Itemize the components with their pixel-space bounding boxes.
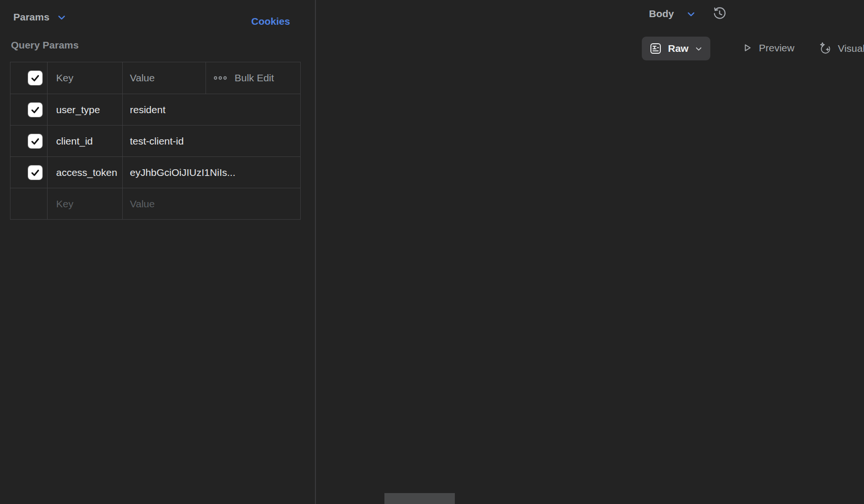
select-all-checkbox-cell	[10, 62, 48, 94]
check-icon	[30, 73, 40, 83]
row-checkbox-cell	[10, 94, 48, 125]
query-params-title: Query Params	[11, 39, 79, 51]
table-header-row: Key Value Bulk Edit	[10, 62, 300, 94]
row-checkbox-cell	[10, 157, 48, 188]
check-icon	[30, 167, 40, 178]
table-row: client_id test-client-id	[10, 125, 300, 156]
select-all-checkbox[interactable]	[28, 71, 42, 85]
response-body-viewer[interactable]: 1 Found. Redirecting to /api/auth/test-s…	[632, 64, 864, 85]
bulk-edit-label: Bulk Edit	[235, 72, 274, 84]
request-params-panel: Params Cookies Query Params Key Value Bu…	[0, 0, 315, 504]
body-dropdown-label: Body	[649, 8, 674, 19]
tab-visualize-label: Visualize	[838, 43, 864, 54]
visualize-sparkle-icon	[818, 41, 833, 56]
chevron-down-icon	[694, 44, 703, 53]
tab-preview[interactable]: Preview	[741, 41, 795, 54]
param-key-field[interactable]: access_token	[48, 157, 123, 188]
check-icon	[30, 105, 40, 115]
row-checkbox-cell	[10, 126, 48, 156]
cookies-link[interactable]: Cookies	[251, 16, 290, 27]
response-panel: Body 302 Found 147 ms 1.22 KB	[316, 0, 864, 504]
param-value-field[interactable]: resident	[123, 94, 300, 125]
response-history-button[interactable]	[712, 6, 727, 21]
row-checkbox-cell	[10, 188, 48, 219]
value-column-header: Value	[123, 62, 206, 94]
check-icon	[30, 136, 40, 146]
param-value-field[interactable]: test-client-id	[123, 126, 300, 156]
table-row: access_token eyJhbGciOiJIUzI1NiIs...	[10, 156, 300, 188]
tab-raw-label: Raw	[668, 43, 688, 54]
param-key-field[interactable]: user_type	[48, 94, 123, 125]
tab-raw[interactable]: Raw	[642, 37, 710, 60]
row-checkbox[interactable]	[28, 103, 42, 117]
row-checkbox[interactable]	[28, 134, 42, 148]
table-row: user_type resident	[10, 94, 300, 125]
history-icon	[712, 6, 727, 21]
horizontal-scrollbar-thumb[interactable]	[384, 493, 455, 504]
new-param-key-input[interactable]: Key	[48, 188, 123, 219]
new-param-value-input[interactable]: Value	[123, 188, 300, 219]
params-dropdown[interactable]: Params	[13, 11, 67, 23]
params-dropdown-label: Params	[13, 11, 49, 23]
row-checkbox[interactable]	[28, 165, 42, 180]
bulk-edit-button[interactable]: Bulk Edit	[206, 62, 300, 94]
chevron-down-icon	[686, 9, 697, 19]
tab-visualize[interactable]: Visualize	[818, 41, 864, 56]
param-key-field[interactable]: client_id	[48, 126, 123, 156]
table-new-row: Key Value	[10, 188, 300, 219]
param-value-field[interactable]: eyJhbGciOiJIUzI1NiIs...	[123, 157, 300, 188]
tab-preview-label: Preview	[759, 42, 795, 54]
response-body-dropdown[interactable]: Body	[649, 8, 697, 19]
chevron-down-icon	[56, 12, 67, 23]
play-icon	[741, 41, 754, 54]
raw-format-icon	[649, 42, 662, 55]
bulk-edit-dots-icon	[214, 76, 227, 80]
query-params-table: Key Value Bulk Edit user_type resident	[10, 62, 301, 220]
key-column-header: Key	[48, 62, 123, 94]
